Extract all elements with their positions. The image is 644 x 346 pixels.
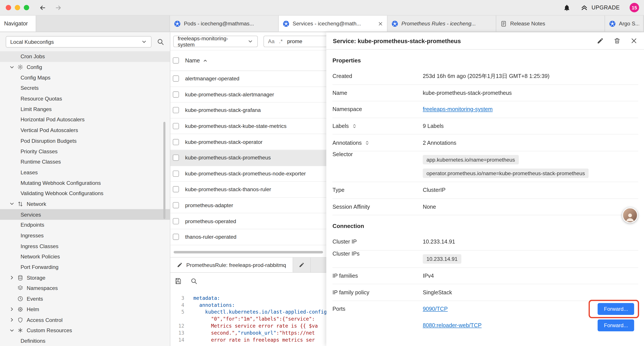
- navigator-label: Navigator: [4, 20, 28, 27]
- notifications-bell-icon[interactable]: [563, 4, 570, 11]
- line-number: 5: [170, 309, 188, 316]
- sidebar-item-helm[interactable]: Helm: [0, 304, 170, 315]
- editor-tab-label: PrometheusRule: freeleaps-prod-rabbitmq: [186, 262, 286, 268]
- sidebar-item-port-forwarding[interactable]: Port Forwarding: [0, 262, 170, 272]
- sidebar-search-icon[interactable]: [157, 38, 164, 45]
- detail-label: Session Affinity: [332, 204, 423, 210]
- sidebar-item-pod-disruption-budgets[interactable]: Pod Disruption Budgets: [0, 136, 170, 146]
- tab-argo-s[interactable]: Argo S...: [605, 15, 644, 31]
- port-link[interactable]: 9090/TCP: [423, 306, 448, 312]
- editor-search-icon[interactable]: [190, 278, 198, 285]
- detail-value: SingleStack: [423, 289, 638, 296]
- sidebar-item-services[interactable]: Services: [0, 209, 170, 220]
- chevron-right-icon[interactable]: [9, 306, 15, 312]
- save-icon[interactable]: [174, 278, 182, 285]
- sidebar-item-network-policies[interactable]: Network Policies: [0, 251, 170, 262]
- sidebar-item-config[interactable]: Config: [0, 62, 170, 72]
- row-checkbox[interactable]: [173, 139, 179, 145]
- namespace-filter-dropdown[interactable]: freeleaps-monitoring-system: [173, 35, 258, 47]
- port-link[interactable]: 8080:reloader-web/TCP: [423, 322, 482, 328]
- sidebar-item-mutating-webhook-configurations[interactable]: Mutating Webhook Configurations: [0, 178, 170, 188]
- sidebar-item-limit-ranges[interactable]: Limit Ranges: [0, 104, 170, 114]
- tab-services-icecheng-math[interactable]: Services - icecheng@math...: [278, 15, 387, 31]
- row-checkbox[interactable]: [173, 218, 179, 224]
- prometheusrule-editor-tab[interactable]: PrometheusRule: freeleaps-prod-rabbitmq: [170, 258, 293, 272]
- sidebar-item-label: Port Forwarding: [20, 264, 58, 270]
- row-checkbox[interactable]: [173, 91, 179, 97]
- detail-label: Cluster IPs: [332, 251, 423, 257]
- sidebar-item-secrets[interactable]: Secrets: [0, 83, 170, 93]
- sidebar-item-horizontal-pod-autoscalers[interactable]: Horizontal Pod Autoscalers: [0, 114, 170, 125]
- forward-arrow-icon[interactable]: [54, 4, 62, 11]
- row-checkbox[interactable]: [173, 123, 179, 129]
- sidebar-item-validating-webhook-configurations[interactable]: Validating Webhook Configurations: [0, 188, 170, 199]
- detail-value: 10.233.14.91: [423, 251, 638, 267]
- minimize-window-button[interactable]: [15, 5, 20, 10]
- sidebar-item-storage[interactable]: Storage: [0, 272, 170, 283]
- sidebar-item-resource-quotas[interactable]: Resource Quotas: [0, 93, 170, 104]
- close-drawer-icon[interactable]: [630, 37, 638, 44]
- sidebar-item-cron-jobs[interactable]: Cron Jobs: [0, 51, 170, 62]
- sidebar-item-definitions[interactable]: Definitions: [0, 336, 170, 346]
- sidebar-item-endpoints[interactable]: Endpoints: [0, 220, 170, 230]
- tab-release-notes[interactable]: Release Notes: [496, 15, 605, 31]
- sidebar-item-leases[interactable]: Leases: [0, 167, 170, 178]
- updown-icon[interactable]: [364, 140, 370, 145]
- chevron-down-icon[interactable]: [9, 328, 15, 333]
- row-checkbox[interactable]: [173, 186, 179, 193]
- editor-tab-partial[interactable]: [293, 258, 311, 272]
- detail-label: Ports: [332, 301, 423, 333]
- row-checkbox[interactable]: [173, 171, 179, 177]
- sort-asc-icon[interactable]: [203, 58, 208, 63]
- match-case-toggle[interactable]: Aa: [268, 38, 275, 44]
- document-icon: [500, 20, 507, 27]
- close-window-button[interactable]: [6, 5, 11, 10]
- row-checkbox[interactable]: [173, 202, 179, 208]
- sidebar-item-custom-resources[interactable]: Custom Resources: [0, 325, 170, 336]
- sidebar-item-events[interactable]: Events: [0, 294, 170, 304]
- delete-icon[interactable]: [614, 37, 620, 44]
- edit-icon[interactable]: [597, 37, 604, 44]
- row-checkbox[interactable]: [173, 155, 179, 161]
- maximize-window-button[interactable]: [24, 5, 29, 10]
- horizontal-scrollbar[interactable]: [174, 251, 323, 253]
- chevron-right-icon[interactable]: [9, 275, 15, 281]
- row-checkbox[interactable]: [173, 234, 179, 240]
- avatar[interactable]: [622, 207, 638, 223]
- regex-toggle[interactable]: .*: [279, 38, 282, 44]
- detail-value: 253d 16h 6m ago (2025年1月13日 GMT+8 1:25:3…: [423, 72, 638, 80]
- sidebar-item-namespaces[interactable]: Namespaces: [0, 283, 170, 294]
- tab-label: Prometheus Rules - icecheng...: [401, 20, 492, 27]
- forward-button[interactable]: Forward...: [598, 303, 634, 315]
- sidebar-item-network[interactable]: Network: [0, 199, 170, 209]
- updown-icon[interactable]: [352, 123, 357, 129]
- sidebar-item-access-control[interactable]: Access Control: [0, 315, 170, 325]
- row-checkbox[interactable]: [173, 107, 179, 113]
- navigator-panel-tab[interactable]: Navigator: [0, 15, 36, 31]
- chevron-down-icon[interactable]: [9, 201, 15, 207]
- sidebar-item-label: Ingress Classes: [20, 243, 58, 249]
- upgrade-button[interactable]: UPGRADE: [580, 4, 620, 11]
- detail-row-selector: Selectorapp.kubernetes.io/name=prometheu…: [332, 151, 638, 182]
- sidebar-item-ingress-classes[interactable]: Ingress Classes: [0, 241, 170, 251]
- row-checkbox[interactable]: [173, 75, 179, 82]
- notification-count-badge[interactable]: 15: [630, 3, 639, 12]
- select-all-checkbox[interactable]: [173, 57, 179, 63]
- tab-prometheus-rules-icecheng[interactable]: Prometheus Rules - icecheng...: [388, 15, 496, 31]
- sidebar-item-vertical-pod-autoscalers[interactable]: Vertical Pod Autoscalers: [0, 125, 170, 136]
- chevron-right-icon[interactable]: [9, 317, 15, 323]
- chevron-down-icon[interactable]: [9, 64, 15, 70]
- namespace-link[interactable]: freeleaps-monitoring-system: [423, 106, 493, 113]
- service-name: alertmanager-operated: [185, 75, 239, 82]
- tab-close-icon[interactable]: [378, 21, 383, 26]
- sidebar-scrollbar[interactable]: [163, 122, 165, 219]
- name-column-header[interactable]: Name: [185, 57, 200, 63]
- sidebar-item-config-maps[interactable]: Config Maps: [0, 72, 170, 83]
- sidebar-item-runtime-classes[interactable]: Runtime Classes: [0, 157, 170, 167]
- back-arrow-icon[interactable]: [39, 4, 46, 11]
- sidebar-item-ingresses[interactable]: Ingresses: [0, 230, 170, 241]
- kubeconfig-selector[interactable]: Local Kubeconfigs: [6, 36, 152, 47]
- tab-pods-icecheng-mathmas[interactable]: Pods - icecheng@mathmas...: [170, 15, 278, 31]
- sidebar-item-priority-classes[interactable]: Priority Classes: [0, 146, 170, 157]
- forward-button[interactable]: Forward...: [598, 319, 634, 331]
